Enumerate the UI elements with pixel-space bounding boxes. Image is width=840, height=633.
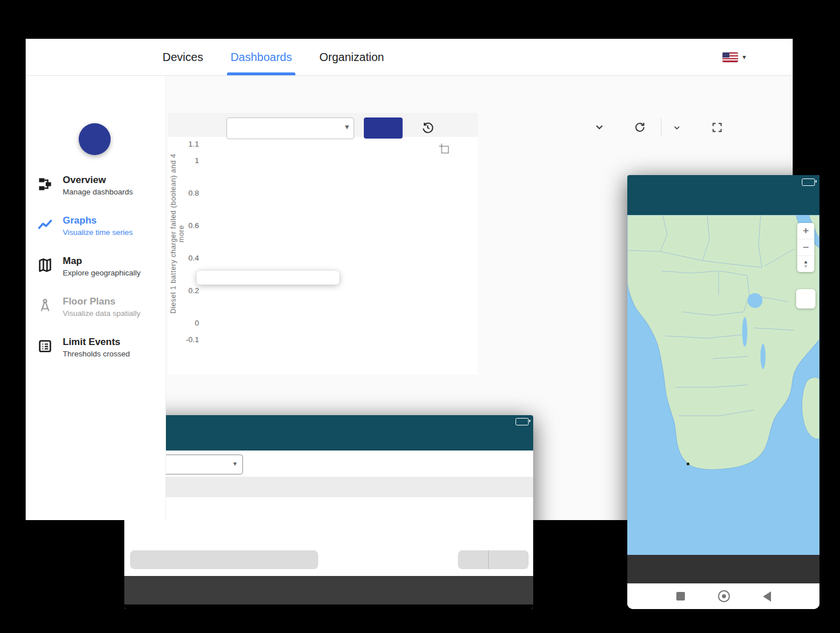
chevron-down-icon: ▾ [233,460,237,468]
android-back-button[interactable] [763,591,771,602]
map-pin[interactable] [680,441,697,465]
my-location-button[interactable] [796,289,815,309]
graphs-body: ▾ [124,451,533,576]
auto-refresh-select[interactable] [669,116,681,139]
dashboard-select[interactable]: ▾ [226,117,354,139]
kebab-menu-icon[interactable] [516,433,527,445]
y-tick-label: 0.6 [175,221,199,230]
compass-button[interactable]: ▲▼ [797,256,814,272]
history-clock-icon[interactable] [421,121,434,134]
refresh-controls [458,550,529,569]
screen: DevicesDashboardsOrganization ▾ Overview… [0,0,840,633]
sidebar: OverviewManage dashboardsGraphsVisualize… [26,75,166,520]
android-nav-bar [627,583,819,609]
screenshot-icon[interactable] [509,501,521,512]
zoom-in-button[interactable]: + [797,223,814,240]
android-recents-button[interactable] [676,592,685,600]
chevron-down-icon [510,555,519,565]
refresh-icon[interactable] [468,554,478,565]
chevron-down-icon: ▾ [345,122,349,131]
sidebar-item-limit-events[interactable]: Limit EventsThresholds crossed [26,336,165,371]
chevron-down-icon[interactable] [594,121,605,133]
pin-base-dot [687,462,689,465]
edit-button[interactable] [364,117,403,139]
graphs-icon [37,217,53,233]
status-bar [124,415,533,428]
sidebar-item-subtitle: Thresholds crossed [63,350,130,358]
phone-bottom-edge [124,604,533,609]
map-icon [37,257,53,273]
history-clock-icon [136,554,147,565]
y-tick-label: 1.1 [175,140,199,148]
phone-auto-graphs: ▾ [124,415,533,609]
divider [488,550,489,569]
africa-map [627,215,819,555]
phone-map: + − ▲▼ [627,175,819,609]
chevron-down-icon: ▾ [742,53,746,61]
sidebar-item-title: Overview [63,175,106,186]
battery-icon [802,178,815,186]
sidebar-item-map[interactable]: MapExplore geographically [26,255,165,290]
sidebar-item-graphs[interactable]: GraphsVisualize time series [26,215,165,249]
my-location-icon [800,293,811,305]
sidebar-item-floor-plans[interactable]: Floor PlansVisualize data spatially [26,296,165,330]
screenshot-icon[interactable] [438,143,451,155]
sidebar-item-subtitle: Explore geographically [63,269,141,277]
chevron-down-icon [672,123,681,132]
map-view[interactable]: + − ▲▼ [627,215,819,555]
sidebar-item-overview[interactable]: OverviewManage dashboards [26,175,165,209]
status-bar [627,175,819,189]
top-navigation-bar: DevicesDashboardsOrganization ▾ [26,39,793,76]
refresh-icon[interactable] [634,121,646,133]
map-zoom-controls: + − ▲▼ [797,223,814,272]
y-tick-label: 0.8 [175,189,199,197]
overview-icon [37,176,53,192]
y-tick-label: 0.4 [175,254,199,262]
sidebar-item-subtitle: Visualize data spatially [63,309,140,318]
app-bar [124,428,533,451]
y-tick-label: 0 [175,319,199,327]
y-tick-label: -0.1 [175,335,199,344]
app-bar [627,189,819,215]
compass-icon: ▲▼ [804,259,809,269]
y-tick-label: 0.2 [175,286,199,295]
chevron-down-icon [161,555,171,565]
date-range-picker[interactable] [130,550,318,569]
toolbar-divider [661,119,662,137]
chart-body: Diesel 1 battery charger failed (boolean… [168,137,478,374]
topbar-right: ▾ [723,39,780,75]
chart-title-strip [124,477,533,497]
y-tick-label: 1 [175,156,199,165]
zoom-out-button[interactable]: − [797,240,814,256]
chart-card-diesel-1: Diesel 1▾Diesel 1 battery charger failed… [168,113,478,374]
sidebar-item-subtitle: Manage dashboards [63,188,133,196]
language-selector[interactable]: ▾ [723,52,746,62]
dashboard-toolbar: ▾ [26,75,793,107]
main-nav: DevicesDashboardsOrganization [163,39,384,75]
sidebar-item-title: Floor Plans [63,296,116,307]
sidebar-item-subtitle: Visualize time series [63,228,133,237]
tab-organization[interactable]: Organization [319,39,384,75]
add-dashboard-button[interactable] [79,123,111,155]
fullscreen-icon[interactable] [711,121,723,133]
sidebar-item-title: Graphs [63,215,97,226]
sidebar-item-title: Map [63,255,82,267]
tab-devices[interactable]: Devices [163,39,203,75]
android-home-button[interactable] [718,590,730,602]
limitevents-icon [37,338,53,354]
tab-dashboards[interactable]: Dashboards [230,39,292,75]
sidebar-item-title: Limit Events [63,336,120,348]
date-range-picker[interactable] [441,116,444,139]
us-flag-icon [723,52,738,62]
chart-tooltip [197,271,339,285]
battery-icon [516,418,529,425]
kebab-menu-icon[interactable] [802,196,814,208]
floorplans-icon [37,298,53,314]
